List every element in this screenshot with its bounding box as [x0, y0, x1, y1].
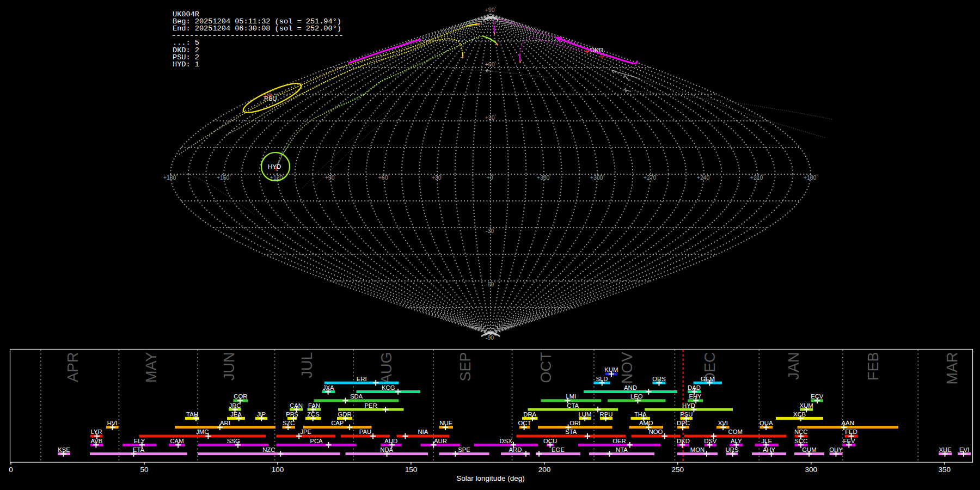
svg-text:LYR: LYR — [91, 428, 102, 435]
svg-text:KUM: KUM — [604, 366, 618, 373]
svg-text:HVI: HVI — [107, 420, 118, 426]
svg-text:+330°: +330° — [537, 174, 552, 181]
svg-text:OCU: OCU — [543, 438, 557, 444]
svg-text:+300°: +300° — [590, 174, 605, 181]
svg-text:FAN: FAN — [308, 402, 320, 409]
svg-text:XHE: XHE — [939, 446, 952, 453]
svg-text:XCB: XCB — [793, 411, 806, 418]
svg-text:AAN: AAN — [842, 420, 854, 426]
svg-text:GDR: GDR — [338, 411, 351, 418]
svg-text:OHY: OHY — [829, 446, 843, 453]
svg-text:JEA: JEA — [230, 411, 242, 418]
svg-text:+180°: +180° — [163, 174, 178, 181]
svg-text:URS: URS — [726, 446, 739, 453]
svg-text:JMC: JMC — [196, 428, 209, 435]
svg-text:XUM: XUM — [799, 402, 813, 409]
svg-text:PSU: PSU — [680, 411, 693, 418]
svg-text:0: 0 — [9, 465, 13, 474]
svg-text:200: 200 — [538, 465, 551, 474]
svg-text:ETA: ETA — [133, 446, 145, 453]
svg-text:PPS: PPS — [286, 411, 298, 418]
svg-text:KCG: KCG — [382, 384, 395, 391]
svg-text:EGE: EGE — [552, 446, 565, 453]
svg-text:FEV: FEV — [843, 438, 855, 444]
svg-text:LMI: LMI — [566, 393, 577, 400]
svg-text:MAY: MAY — [143, 352, 160, 383]
svg-text:JPE: JPE — [300, 428, 311, 435]
svg-text:NDA: NDA — [380, 446, 393, 453]
svg-text:ERI: ERI — [357, 376, 367, 382]
svg-text:CAN: CAN — [290, 402, 303, 409]
svg-text:SEP: SEP — [457, 352, 474, 382]
svg-text:JAN: JAN — [786, 352, 802, 380]
svg-text:JUL: JUL — [299, 352, 315, 378]
svg-text:+30°: +30° — [485, 114, 497, 121]
svg-text:+60°: +60° — [378, 174, 390, 181]
svg-text:TAH: TAH — [186, 411, 198, 418]
svg-text:+90°: +90° — [485, 7, 497, 13]
svg-text:+270°: +270° — [644, 174, 658, 181]
svg-text:HYD: HYD — [682, 402, 695, 409]
svg-text:+180°: +180° — [804, 174, 818, 181]
svg-text:RPU: RPU — [600, 411, 613, 418]
svg-text:350: 350 — [939, 465, 951, 474]
svg-text:NTA: NTA — [616, 446, 628, 453]
svg-text:300: 300 — [805, 465, 818, 474]
svg-text:SDA: SDA — [350, 393, 363, 400]
svg-text:NCC: NCC — [794, 428, 807, 435]
svg-text:+90°: +90° — [325, 174, 336, 181]
svg-text:FED: FED — [845, 428, 857, 435]
svg-text:GUM: GUM — [802, 446, 816, 453]
svg-text:LEO: LEO — [630, 393, 643, 400]
svg-text:THA: THA — [634, 411, 647, 418]
svg-text:STA: STA — [565, 428, 577, 435]
svg-text:DAD: DAD — [688, 384, 701, 391]
svg-text:OCT: OCT — [518, 420, 531, 426]
svg-text:+30°: +30° — [432, 174, 443, 181]
svg-text:JRC: JRC — [229, 402, 241, 409]
svg-text:OER: OER — [612, 438, 626, 444]
svg-text:OCT: OCT — [538, 352, 554, 383]
svg-text:PSU: PSU — [264, 95, 277, 102]
svg-text:250: 250 — [672, 465, 684, 474]
svg-text:AHY: AHY — [763, 446, 776, 453]
svg-text:NUE: NUE — [439, 420, 452, 426]
svg-text:ARD: ARD — [509, 446, 522, 453]
svg-text:NZC: NZC — [262, 446, 275, 453]
svg-text:SPE: SPE — [458, 446, 470, 453]
svg-text:NOO: NOO — [649, 428, 663, 435]
svg-text:JIP: JIP — [257, 411, 266, 418]
svg-text:GEM: GEM — [701, 376, 715, 382]
svg-text:ECV: ECV — [811, 393, 824, 400]
svg-text:ALY: ALY — [731, 438, 742, 444]
svg-text:ELY: ELY — [134, 438, 145, 444]
svg-text:DKD: DKD — [677, 438, 690, 444]
svg-text:+150°: +150° — [217, 174, 231, 181]
svg-text:150: 150 — [405, 465, 418, 474]
svg-text:JXA: JXA — [323, 384, 334, 391]
svg-text:ORI: ORI — [569, 420, 580, 426]
svg-text:AND: AND — [624, 384, 637, 391]
svg-text:MAR: MAR — [944, 352, 960, 385]
svg-text:JUN: JUN — [221, 352, 237, 381]
svg-text:Solar longitude (deg): Solar longitude (deg) — [456, 474, 524, 482]
svg-text:XVI: XVI — [718, 420, 728, 426]
svg-text:+60°: +60° — [485, 61, 497, 68]
svg-text:ZCS: ZCS — [307, 411, 320, 418]
svg-text:LUM: LUM — [579, 411, 592, 418]
svg-text:PAU: PAU — [359, 428, 371, 435]
svg-text:SLD: SLD — [596, 376, 608, 382]
svg-text:SZC: SZC — [283, 420, 295, 426]
svg-text:NIA: NIA — [418, 428, 428, 435]
svg-text:PER: PER — [365, 402, 377, 409]
svg-text:DSV: DSV — [704, 438, 717, 444]
svg-text:+210°: +210° — [750, 174, 765, 181]
svg-text:AMO: AMO — [639, 420, 653, 426]
svg-text:+240°: +240° — [697, 174, 712, 181]
svg-text:ORS: ORS — [652, 376, 666, 382]
svg-text:SCC: SCC — [794, 438, 807, 444]
svg-text:DRA: DRA — [523, 411, 536, 418]
svg-text:DPC: DPC — [677, 420, 690, 426]
svg-text:DSX: DSX — [500, 438, 513, 444]
svg-text:End: 20251204 06:30:08 (sol =: End: 20251204 06:30:08 (sol = 252.00°) — [173, 24, 341, 33]
